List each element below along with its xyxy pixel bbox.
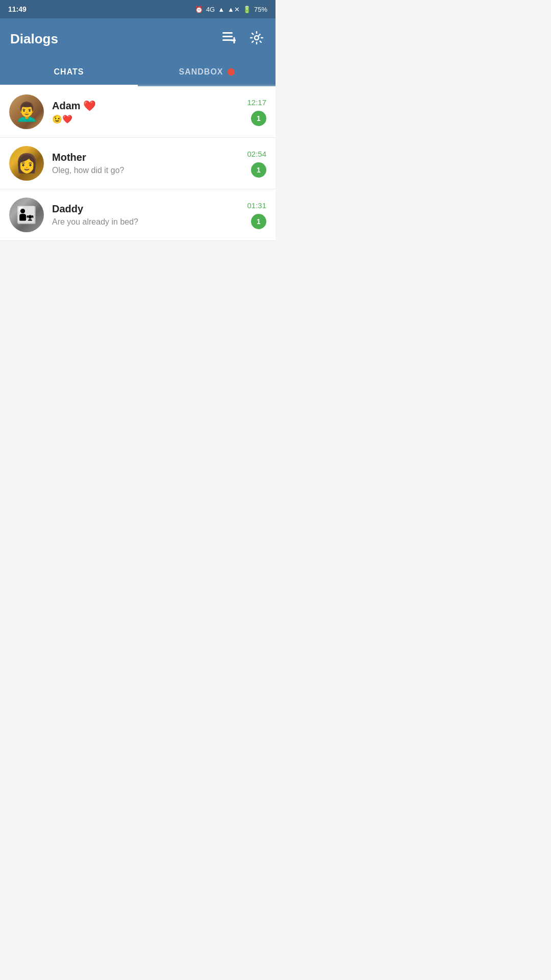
chat-name-adam: Adam ❤️ xyxy=(52,100,242,112)
add-chat-button[interactable] xyxy=(220,30,238,47)
chat-item-adam[interactable]: Adam ❤️ 😉❤️ 12:17 1 xyxy=(0,86,276,138)
header: Dialogs xyxy=(0,18,276,59)
chat-meta-daddy: 01:31 1 xyxy=(247,201,266,229)
signal-icon: ▲ xyxy=(218,6,224,13)
avatar-mother xyxy=(9,146,44,181)
status-icons: ⏰ 4G ▲ ▲✕ 🔋 75% xyxy=(195,6,267,13)
chat-list: Adam ❤️ 😉❤️ 12:17 1 Mother Oleg, how did… xyxy=(0,86,276,241)
chat-item-daddy[interactable]: Daddy Are you already in bed? 01:31 1 xyxy=(0,189,276,241)
chat-preview-mother: Oleg, how did it go? xyxy=(52,166,242,175)
header-actions xyxy=(220,29,265,48)
chat-time-mother: 02:54 xyxy=(247,150,266,158)
svg-point-5 xyxy=(255,36,259,40)
avatar-adam xyxy=(9,94,44,129)
chat-info-daddy: Daddy Are you already in bed? xyxy=(52,203,242,227)
chat-name-daddy: Daddy xyxy=(52,203,242,215)
chat-preview-adam: 😉❤️ xyxy=(52,114,242,124)
unread-badge-adam: 1 xyxy=(251,111,266,126)
empty-content-area xyxy=(0,241,276,547)
network-label: 4G xyxy=(206,6,215,13)
sandbox-notification-dot xyxy=(228,68,235,76)
alarm-icon: ⏰ xyxy=(195,6,203,13)
battery-icon: 🔋 xyxy=(243,6,251,13)
unread-badge-mother: 1 xyxy=(251,162,266,178)
tabs-bar: CHATS SANDBOX xyxy=(0,59,276,86)
tab-sandbox[interactable]: SANDBOX xyxy=(138,59,276,85)
page-title: Dialogs xyxy=(10,31,58,47)
signal-x-icon: ▲✕ xyxy=(228,6,240,13)
chat-info-adam: Adam ❤️ 😉❤️ xyxy=(52,100,242,124)
chat-time-adam: 12:17 xyxy=(247,98,266,107)
avatar-daddy xyxy=(9,198,44,232)
chat-meta-adam: 12:17 1 xyxy=(247,98,266,126)
chat-info-mother: Mother Oleg, how did it go? xyxy=(52,152,242,175)
settings-button[interactable] xyxy=(248,29,265,48)
battery-label: 75% xyxy=(254,6,267,13)
unread-badge-daddy: 1 xyxy=(251,214,266,229)
tab-chats[interactable]: CHATS xyxy=(0,59,138,85)
chat-item-mother[interactable]: Mother Oleg, how did it go? 02:54 1 xyxy=(0,138,276,189)
status-time: 11:49 xyxy=(8,5,27,13)
chat-meta-mother: 02:54 1 xyxy=(247,150,266,178)
svg-rect-1 xyxy=(222,36,233,37)
status-bar: 11:49 ⏰ 4G ▲ ▲✕ 🔋 75% xyxy=(0,0,276,18)
chat-preview-daddy: Are you already in bed? xyxy=(52,217,242,227)
svg-rect-0 xyxy=(222,32,233,34)
chat-name-mother: Mother xyxy=(52,152,242,163)
chat-time-daddy: 01:31 xyxy=(247,201,266,210)
